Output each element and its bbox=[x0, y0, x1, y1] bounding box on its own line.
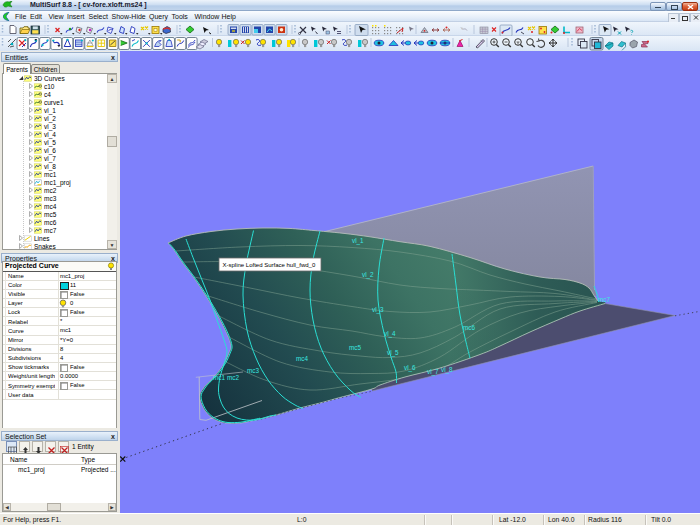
svg-text:vl_8: vl_8 bbox=[441, 366, 453, 374]
svg-text:mc6: mc6 bbox=[463, 324, 475, 331]
svg-text:vl_6: vl_6 bbox=[404, 364, 416, 372]
svg-text:vl_1: vl_1 bbox=[352, 237, 364, 245]
svg-text:vl_7: vl_7 bbox=[427, 368, 439, 376]
svg-text:vl_3: vl_3 bbox=[372, 306, 384, 314]
svg-text:vl_4: vl_4 bbox=[384, 330, 396, 338]
svg-text:vl_5: vl_5 bbox=[387, 349, 399, 357]
svg-text:mc5: mc5 bbox=[349, 344, 361, 351]
svg-text:mc7: mc7 bbox=[598, 296, 610, 303]
svg-text:mc1: mc1 bbox=[213, 374, 225, 381]
svg-text:mc2: mc2 bbox=[227, 374, 239, 381]
svg-text:mc4: mc4 bbox=[296, 355, 308, 362]
svg-text:X-spline Lofted Surface hull_f: X-spline Lofted Surface hull_fwd_0 bbox=[223, 262, 316, 268]
svg-text:vl_2: vl_2 bbox=[362, 271, 374, 279]
svg-text:mc3: mc3 bbox=[247, 367, 259, 374]
